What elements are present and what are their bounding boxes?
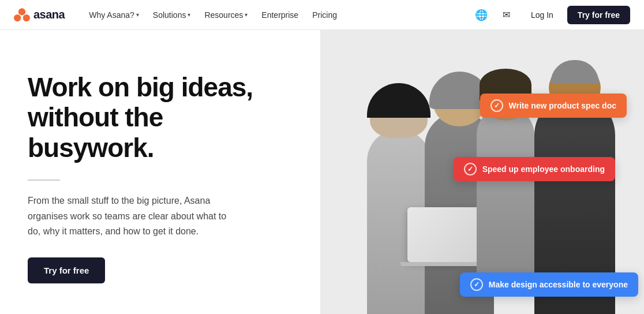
person-1-hair <box>367 83 430 118</box>
mail-button[interactable]: ✉ <box>496 5 517 25</box>
logo[interactable]: asana <box>14 7 65 23</box>
person-3-body <box>477 106 534 285</box>
task-badge-2: ✓ Speed up employee onboarding <box>454 157 615 181</box>
hero-subtitle: From the small stuff to the big picture,… <box>28 193 235 239</box>
hero-divider <box>28 180 60 181</box>
check-icon-2: ✓ <box>464 163 477 175</box>
task-badge-2-text: Speed up employee onboarding <box>482 165 605 174</box>
logo-text: asana <box>33 8 65 21</box>
nav-item-resources[interactable]: Resources ▾ <box>199 7 253 23</box>
globe-button[interactable]: 🌐 <box>471 5 492 25</box>
login-button[interactable]: Log In <box>522 6 563 24</box>
navbar: asana Why Asana? ▾ Solutions ▾ Resources… <box>0 0 644 30</box>
task-badge-3-text: Make design accessible to everyone <box>489 280 628 289</box>
mail-icon: ✉ <box>503 9 510 20</box>
person-4-hat <box>551 60 599 83</box>
chevron-down-icon: ▾ <box>136 12 139 18</box>
svg-point-1 <box>14 14 21 21</box>
main-content: Work on big ideas, without the busywork.… <box>0 30 644 314</box>
check-icon-3: ✓ <box>470 278 483 291</box>
chevron-down-icon: ▾ <box>245 12 248 18</box>
task-badge-1: ✓ Write new product spec doc <box>480 94 627 118</box>
nav-label-enterprise: Enterprise <box>261 10 298 20</box>
svg-point-2 <box>23 14 30 21</box>
nav-item-enterprise[interactable]: Enterprise <box>256 7 304 23</box>
nav-label-why-asana: Why Asana? <box>89 10 134 20</box>
chevron-down-icon: ▾ <box>188 12 190 18</box>
globe-icon: 🌐 <box>475 9 488 21</box>
nav-label-pricing: Pricing <box>312 10 337 20</box>
nav-item-pricing[interactable]: Pricing <box>306 7 343 23</box>
svg-point-0 <box>18 8 25 15</box>
nav-links: Why Asana? ▾ Solutions ▾ Resources ▾ Ent… <box>83 7 471 23</box>
nav-item-why-asana[interactable]: Why Asana? ▾ <box>83 7 145 23</box>
nav-item-solutions[interactable]: Solutions ▾ <box>147 7 197 23</box>
hero-cta-button[interactable]: Try for free <box>28 257 105 283</box>
hero-right-panel: ✓ Write new product spec doc ✓ Speed up … <box>320 30 644 314</box>
nav-try-free-button[interactable]: Try for free <box>567 6 630 24</box>
hero-title: Work on big ideas, without the busywork. <box>28 72 293 164</box>
nav-right: 🌐 ✉ Log In Try for free <box>471 5 630 25</box>
hero-left-panel: Work on big ideas, without the busywork.… <box>0 30 320 314</box>
check-icon-1: ✓ <box>491 99 503 112</box>
task-badge-1-text: Write new product spec doc <box>509 101 616 110</box>
task-badge-3: ✓ Make design accessible to everyone <box>460 272 638 297</box>
asana-logo-icon <box>14 7 30 23</box>
nav-label-solutions: Solutions <box>153 10 186 20</box>
nav-label-resources: Resources <box>204 10 243 20</box>
